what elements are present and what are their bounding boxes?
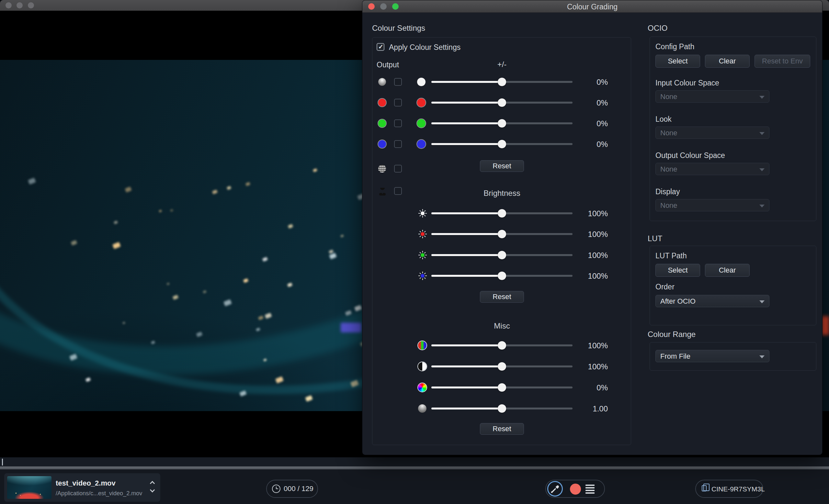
- gamma-icon: [418, 404, 427, 413]
- file-stepper-down-icon[interactable]: [150, 488, 155, 493]
- brightness-reset-button[interactable]: Reset: [480, 291, 524, 303]
- menu-button[interactable]: [585, 484, 594, 493]
- menu-bar: [585, 484, 594, 486]
- brightness-master-slider[interactable]: [431, 207, 573, 220]
- slider-fill: [431, 254, 502, 256]
- saturation-icon: [418, 341, 427, 350]
- slider-thumb[interactable]: [498, 272, 506, 280]
- slider-thumb[interactable]: [498, 362, 506, 371]
- look-label: Look: [655, 115, 672, 124]
- slider-fill: [431, 122, 502, 124]
- chevron-down-icon: [759, 204, 764, 210]
- output-label: Output: [376, 61, 399, 69]
- slider-thumb[interactable]: [498, 140, 506, 148]
- ocio-clear-button[interactable]: Clear: [705, 55, 750, 68]
- output-colour-space-label: Output Colour Space: [655, 151, 725, 160]
- stereo-checkbox[interactable]: [394, 187, 402, 195]
- master-mute-checkbox[interactable]: [394, 78, 402, 86]
- hue-slider[interactable]: [431, 381, 573, 394]
- brightness-row-blue: 100%: [376, 269, 623, 282]
- tools-pill: [545, 480, 605, 498]
- playhead[interactable]: [2, 459, 3, 465]
- output-colour-space-value: None: [660, 165, 678, 173]
- brightness-green-value: 100%: [580, 251, 608, 260]
- timeline-scrubber[interactable]: [0, 457, 829, 466]
- lut-select-button[interactable]: Select: [655, 264, 700, 277]
- green-mute-checkbox[interactable]: [394, 119, 402, 127]
- slider-thumb[interactable]: [498, 99, 506, 107]
- main-zoom-button[interactable]: [28, 2, 34, 8]
- current-file-card[interactable]: test_video_2.mov /Applications/c...est_v…: [4, 473, 160, 502]
- file-stepper-up-icon[interactable]: [150, 481, 155, 486]
- misc-reset-button[interactable]: Reset: [480, 423, 524, 435]
- slider-fill: [431, 233, 502, 235]
- slider-thumb[interactable]: [498, 119, 506, 127]
- slider-thumb[interactable]: [498, 251, 506, 259]
- look-dropdown: None: [655, 126, 769, 139]
- colour-grading-titlebar[interactable]: Colour Grading: [362, 0, 822, 13]
- red-offset-slider[interactable]: [431, 96, 573, 109]
- blue-offset-slider[interactable]: [431, 138, 573, 151]
- blue-circle-icon: [378, 140, 386, 148]
- blue-mute-checkbox[interactable]: [394, 140, 402, 148]
- slider-thumb[interactable]: [498, 383, 506, 392]
- chevron-down-icon: [759, 132, 764, 138]
- brightness-row-red: 100%: [376, 228, 623, 240]
- main-minimize-button[interactable]: [16, 2, 23, 8]
- eyedropper-button[interactable]: [547, 481, 563, 497]
- ocio-select-button[interactable]: Select: [655, 55, 700, 68]
- brightness-blue-sun-icon: [418, 271, 427, 280]
- brightness-red-slider[interactable]: [431, 228, 573, 240]
- window-title: Colour Grading: [362, 3, 822, 11]
- green-offset-value: 0%: [580, 119, 608, 128]
- red-mute-checkbox[interactable]: [394, 99, 402, 107]
- file-path: /Applications/c...est_video_2.mov: [56, 490, 142, 497]
- hue-value: 0%: [580, 383, 608, 392]
- slider-fill: [431, 365, 502, 367]
- progress-strip[interactable]: [0, 466, 829, 469]
- purple-neon-light: [341, 323, 361, 333]
- misc-heading: Misc: [437, 321, 567, 331]
- output-colour-space-dropdown: None: [655, 163, 769, 175]
- saturation-slider[interactable]: [431, 339, 573, 352]
- colour-settings-heading: Colour Settings: [372, 24, 425, 33]
- apply-colour-settings-checkbox[interactable]: [376, 43, 384, 51]
- lut-order-dropdown[interactable]: After OCIO: [655, 295, 769, 307]
- colour-range-dropdown[interactable]: From File: [655, 350, 769, 362]
- config-path-label: Config Path: [655, 42, 694, 51]
- brightness-blue-value: 100%: [580, 272, 608, 281]
- contrast-slider[interactable]: [431, 360, 573, 373]
- main-close-button[interactable]: [5, 2, 12, 8]
- input-colour-space-label: Input Colour Space: [655, 79, 719, 87]
- slider-thumb[interactable]: [498, 209, 506, 218]
- slider-thumb[interactable]: [498, 78, 506, 86]
- master-offset-slider[interactable]: [431, 75, 573, 88]
- white-circle-icon: [417, 78, 426, 86]
- look-value: None: [660, 129, 678, 137]
- colour-range-value: From File: [660, 352, 690, 361]
- output-row-red: 0%: [376, 96, 623, 109]
- brightness-heading: Brightness: [437, 189, 567, 198]
- frame-counter: 000 / 129: [284, 484, 314, 493]
- lut-clear-button[interactable]: Clear: [705, 264, 750, 277]
- frame-counter-pill[interactable]: 000 / 129: [266, 480, 318, 498]
- menu-bar: [585, 487, 594, 489]
- slider-fill: [431, 102, 502, 104]
- apply-colour-settings-label: Apply Colour Settings: [389, 43, 461, 52]
- output-reset-button[interactable]: Reset: [480, 160, 524, 172]
- chevron-down-icon: [759, 300, 764, 306]
- offset-label: +/-: [486, 60, 518, 69]
- input-colour-space-value: None: [660, 92, 678, 101]
- green-offset-slider[interactable]: [431, 117, 573, 130]
- gamma-slider[interactable]: [431, 402, 573, 415]
- dither-pattern-icon: [378, 165, 386, 172]
- device-pill[interactable]: CINE-9R7SYM3L: [695, 480, 763, 498]
- slider-thumb[interactable]: [498, 230, 506, 238]
- brightness-blue-slider[interactable]: [431, 269, 573, 282]
- slider-thumb[interactable]: [498, 341, 506, 350]
- dither-checkbox[interactable]: [394, 165, 402, 172]
- slider-thumb[interactable]: [498, 404, 506, 413]
- brightness-green-slider[interactable]: [431, 248, 573, 262]
- record-button[interactable]: [570, 483, 581, 495]
- brightness-red-sun-icon: [418, 230, 427, 239]
